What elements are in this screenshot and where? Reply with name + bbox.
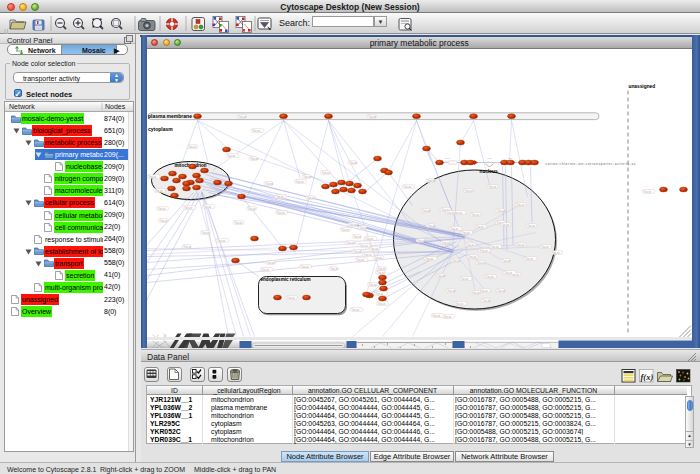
svg-text:Yxx-xx: Yxx-xx — [363, 252, 371, 256]
svg-text:Yxx-xx: Yxx-xx — [446, 210, 454, 214]
svg-text:Yxx-xx: Yxx-xx — [159, 218, 167, 222]
svg-text:Yxx-xx: Yxx-xx — [370, 246, 378, 250]
svg-text:Yxx-xx: Yxx-xx — [450, 226, 458, 230]
svg-text:Yxx-xx: Yxx-xx — [427, 178, 435, 182]
svg-text:Yxx-xx: Yxx-xx — [300, 264, 308, 268]
svg-text:nucleus: nucleus — [479, 169, 497, 174]
svg-text:Yxx-xx: Yxx-xx — [376, 270, 384, 274]
svg-text:Yxx-xx: Yxx-xx — [184, 205, 192, 209]
svg-text:Yxx-xx: Yxx-xx — [217, 238, 225, 242]
svg-text:Yxx-xx: Yxx-xx — [502, 258, 510, 262]
svg-text:Yxx-xx: Yxx-xx — [295, 179, 303, 183]
svg-text:cation:chlorine-ion-cotranspor: cation:chlorine-ion-cotransporter-activi… — [545, 162, 635, 166]
svg-text:Yxx-xx: Yxx-xx — [148, 174, 156, 178]
svg-text:Yxx-xx: Yxx-xx — [452, 258, 460, 262]
svg-text:Yxx-xx: Yxx-xx — [476, 260, 484, 264]
svg-text:Yxx-xx: Yxx-xx — [516, 202, 524, 206]
svg-text:Yxx-xx: Yxx-xx — [351, 307, 359, 311]
svg-text:Yxx-xx: Yxx-xx — [247, 206, 255, 210]
svg-text:Yxx-xx: Yxx-xx — [525, 256, 533, 260]
svg-text:Yxx-xx: Yxx-xx — [377, 266, 385, 270]
svg-text:Yxx-xx: Yxx-xx — [490, 244, 498, 248]
svg-text:Yxx-xx: Yxx-xx — [252, 128, 260, 132]
svg-text:Yxx-xx: Yxx-xx — [497, 208, 505, 212]
svg-text:Yxx-xx: Yxx-xx — [359, 243, 367, 247]
svg-text:Yxx-xx: Yxx-xx — [540, 244, 548, 248]
svg-text:cytoplasm: cytoplasm — [148, 125, 173, 131]
svg-text:Yxx-xx: Yxx-xx — [432, 313, 440, 317]
svg-text:Yxx-xx: Yxx-xx — [330, 266, 338, 270]
svg-text:Yxx-xx: Yxx-xx — [441, 240, 449, 244]
svg-text:Yxx-xx: Yxx-xx — [551, 250, 559, 254]
svg-text:Yxx-xx: Yxx-xx — [286, 295, 294, 299]
svg-text:Yxx-xx: Yxx-xx — [266, 260, 274, 264]
svg-text:Yxx-xx: Yxx-xx — [227, 153, 235, 157]
svg-text:Yxx-xx: Yxx-xx — [479, 288, 487, 292]
svg-text:Yxx-xx: Yxx-xx — [349, 160, 357, 164]
svg-text:Yxx-xx: Yxx-xx — [417, 238, 425, 242]
svg-text:Yxx-xx: Yxx-xx — [468, 254, 476, 258]
svg-text:Yxx-xx: Yxx-xx — [455, 301, 463, 305]
svg-text:Yxx-xx: Yxx-xx — [275, 194, 283, 198]
svg-text:Yxx-xx: Yxx-xx — [321, 170, 329, 174]
svg-text:Yxx-xx: Yxx-xx — [422, 208, 430, 212]
svg-text:Yxx-xx: Yxx-xx — [479, 248, 487, 252]
svg-text:plasma membrane: plasma membrane — [148, 113, 192, 119]
svg-text:Yxx-xx: Yxx-xx — [365, 236, 373, 240]
svg-text:Yxx-xx: Yxx-xx — [183, 244, 191, 248]
svg-text:Yxx-xx: Yxx-xx — [368, 282, 376, 286]
svg-text:Yxx-xx: Yxx-xx — [460, 276, 468, 280]
svg-text:Yxx-xx: Yxx-xx — [188, 144, 196, 148]
svg-text:Yxx-xx: Yxx-xx — [482, 298, 490, 302]
svg-text:Yxx-xx: Yxx-xx — [276, 210, 284, 214]
svg-text:Yxx-xx: Yxx-xx — [643, 189, 651, 193]
svg-text:Yxx-xx: Yxx-xx — [527, 223, 535, 227]
svg-text:Yxx-xx: Yxx-xx — [377, 301, 385, 305]
svg-text:Yxx-xx: Yxx-xx — [485, 274, 493, 278]
svg-text:Yxx-xx: Yxx-xx — [461, 230, 469, 234]
svg-text:Yxx-xx: Yxx-xx — [201, 230, 209, 234]
svg-text:Yxx-xx: Yxx-xx — [497, 288, 505, 292]
svg-text:Yxx-xx: Yxx-xx — [464, 188, 472, 192]
svg-text:Yxx-xx: Yxx-xx — [250, 156, 258, 160]
svg-text:Yxx-xx: Yxx-xx — [303, 174, 311, 178]
svg-text:Yxx-xx: Yxx-xx — [488, 184, 496, 188]
svg-text:Yxx-xx: Yxx-xx — [356, 257, 364, 261]
svg-text:Yxx-xx: Yxx-xx — [346, 240, 354, 244]
svg-text:Yxx-xx: Yxx-xx — [516, 242, 524, 246]
svg-text:Yxx-xx: Yxx-xx — [501, 222, 509, 226]
svg-text:Yxx-xx: Yxx-xx — [425, 256, 433, 260]
svg-text:f(x): f(x) — [641, 372, 654, 382]
svg-text:Yxx-xx: Yxx-xx — [234, 220, 242, 224]
svg-text:unassigned: unassigned — [628, 84, 655, 89]
svg-text:Yxx-xx: Yxx-xx — [447, 288, 455, 292]
svg-text:Yxx-xx: Yxx-xx — [261, 267, 269, 271]
svg-text:Yxx-xx: Yxx-xx — [265, 181, 273, 185]
svg-text:Yxx-xx: Yxx-xx — [471, 212, 479, 216]
svg-text:Yxx-xx: Yxx-xx — [466, 242, 474, 246]
svg-text:Yxx-xx: Yxx-xx — [475, 224, 483, 228]
svg-text:Yxx-xx: Yxx-xx — [374, 255, 382, 259]
svg-text:endoplasmic reticulum: endoplasmic reticulum — [260, 277, 310, 282]
svg-text:Yxx-xx: Yxx-xx — [437, 273, 445, 277]
svg-text:Yxx-xx: Yxx-xx — [341, 227, 349, 231]
svg-text:Yxx-xx: Yxx-xx — [154, 188, 162, 192]
svg-text:Yxx-xx: Yxx-xx — [427, 223, 435, 227]
svg-text:Yxx-xx: Yxx-xx — [443, 314, 451, 318]
svg-text:Yxx-xx: Yxx-xx — [348, 222, 356, 226]
svg-text:Yxx-xx: Yxx-xx — [359, 225, 367, 229]
svg-text:Yxx-xx: Yxx-xx — [403, 184, 411, 188]
svg-text:Yxx-xx: Yxx-xx — [157, 206, 165, 210]
svg-text:Yxx-xx: Yxx-xx — [504, 270, 512, 274]
svg-text:Yxx-xx: Yxx-xx — [375, 291, 383, 295]
svg-text:Yxx-xx: Yxx-xx — [353, 234, 361, 238]
svg-text:Yxx-xx: Yxx-xx — [353, 249, 361, 253]
svg-text:Yxx-xx: Yxx-xx — [368, 114, 376, 118]
svg-text:Yxx-xx: Yxx-xx — [203, 204, 211, 208]
svg-text:Yxx-xx: Yxx-xx — [471, 290, 479, 294]
svg-text:Yxx-xx: Yxx-xx — [238, 114, 246, 118]
svg-text:Yxx-xx: Yxx-xx — [306, 195, 314, 199]
